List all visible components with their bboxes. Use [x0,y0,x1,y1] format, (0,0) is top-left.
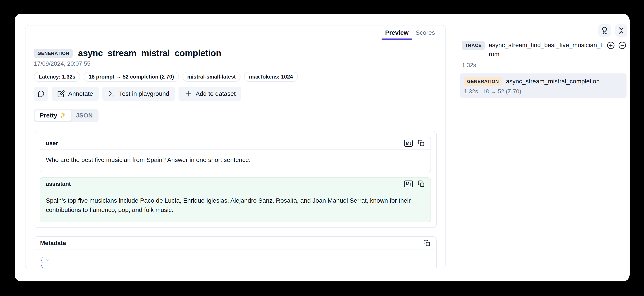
trace-tree-sidebar: TRACE async_stream_find_best_five_musici… [453,14,630,282]
tab-preview[interactable]: Preview [382,25,412,40]
add-to-dataset-label: Add to dataset [196,90,236,97]
trace-latency: 1.32s [462,62,626,69]
trace-type-badge: TRACE [462,41,485,50]
observation-detail: GENERATION async_stream_mistral_completi… [26,40,445,268]
json-close-brace: } [40,264,44,268]
assistant-message-content: Spain's top five musicians include Paco … [40,190,430,222]
observation-preview-card: Preview Scores GENERATION async_stream_m… [25,25,446,268]
comment-button[interactable] [34,87,48,101]
user-role-label: user [46,140,58,147]
metadata-json: { } [34,250,436,268]
annotation-queue-button[interactable] [598,24,611,37]
observation-type-badge: GENERATION [34,49,73,58]
observation-timestamp: 17/09/2024, 20:07:55 [34,60,437,67]
io-preview: user M↓ Who are the best five musician f… [34,131,437,228]
zoom-in-icon [606,41,615,49]
copy-metadata-button[interactable] [424,240,430,247]
token-usage-chip: 18 prompt → 52 completion (Σ 70) [84,72,179,82]
comment-icon [37,90,45,98]
user-message-box: user M↓ Who are the best five musician f… [40,137,431,172]
collapse-vertical-icon [617,26,625,34]
copy-user-message-button[interactable] [418,140,425,147]
plus-icon [184,90,192,98]
metadata-title: Metadata [40,240,66,247]
collapse-tree-button[interactable] [615,24,628,37]
chevron-down-icon[interactable] [46,258,50,262]
zoom-out-button[interactable] [618,41,626,49]
test-in-playground-label: Test in playground [119,90,169,97]
copy-icon [418,140,425,147]
observation-title: async_stream_mistral_completion [78,48,221,58]
app-window: Preview Scores GENERATION async_stream_m… [14,14,630,282]
assistant-role-label: assistant [46,181,71,187]
sparkles-icon [60,112,66,119]
view-toggle-pretty[interactable]: Pretty [35,110,71,121]
trace-name: async_stream_find_best_five_musician_fro… [489,41,602,59]
generation-tokens: 18 → 52 (Σ 70) [482,88,521,95]
zoom-out-icon [618,41,626,49]
model-chip: mistral-small-latest [182,72,241,82]
view-toggle-json[interactable]: JSON [71,110,97,121]
copy-icon [424,240,430,247]
metadata-card: Metadata { } [34,236,437,268]
zoom-in-button[interactable] [606,41,615,49]
trace-tree-item-generation[interactable]: GENERATION async_stream_mistral_completi… [460,73,626,98]
pretty-label: Pretty [40,112,57,119]
add-to-dataset-button[interactable]: Add to dataset [178,87,242,101]
markdown-icon[interactable]: M↓ [404,140,413,147]
preview-tab-bar: Preview Scores [26,25,445,40]
generation-name: async_stream_mistral_completion [506,78,600,85]
annotate-label: Annotate [68,90,93,97]
generation-type-badge: GENERATION [464,77,502,86]
action-buttons: Annotate Test in playground Add to datas… [34,87,437,101]
max-tokens-chip: maxTokens: 1024 [244,72,298,82]
markdown-icon[interactable]: M↓ [404,181,413,187]
tab-scores[interactable]: Scores [412,25,438,40]
generation-latency: 1.32s [464,88,478,95]
copy-icon [418,180,425,187]
observation-chips: Latency: 1.32s 18 prompt → 52 completion… [34,72,437,82]
test-in-playground-button[interactable]: Test in playground [102,87,175,101]
copy-assistant-message-button[interactable] [418,180,425,187]
trace-tree-item-trace[interactable]: TRACE async_stream_find_best_five_musici… [462,41,626,59]
view-toggle: Pretty JSON [34,109,98,122]
assistant-message-box: assistant M↓ Spain's top five musicians … [40,177,431,222]
user-message-content: Who are the best five musician from Spai… [40,150,430,172]
json-open-brace: { [40,256,44,264]
annotate-button[interactable]: Annotate [52,87,99,101]
annotate-icon [57,90,65,98]
terminal-icon [108,90,116,98]
latency-chip: Latency: 1.32s [34,72,80,82]
award-icon [600,26,608,34]
